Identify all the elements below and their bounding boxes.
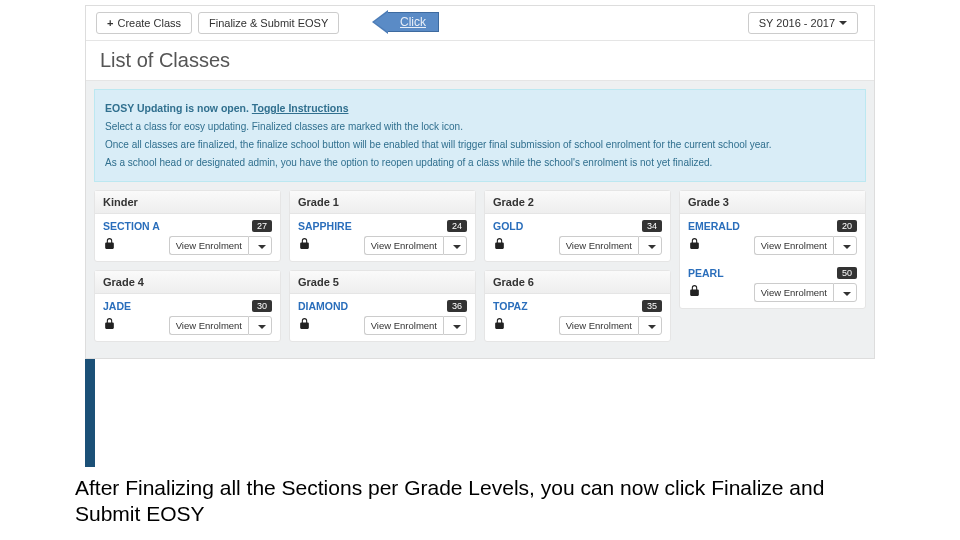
grade-panel: KinderSECTION A27View Enrolment [94,190,281,262]
lock-icon [493,317,506,330]
grade-panel: Grade 2GOLD34View Enrolment [484,190,671,262]
callout-box: Click [388,12,439,32]
section-block: PEARL50View Enrolment [680,261,865,308]
lock-indicator [103,236,116,254]
toggle-instructions-link[interactable]: Toggle Instructions [252,102,349,114]
notice-line-2: Once all classes are finalized, the fina… [105,137,855,153]
chevron-down-icon [258,245,266,249]
toolbar: + Create Class Finalize & Submit EOSY SY… [86,6,874,41]
grade-column: Grade 1SAPPHIRE24View EnrolmentGrade 5DI… [289,190,476,350]
grade-header: Grade 6 [485,271,670,294]
enrolment-count-badge: 30 [252,300,272,312]
grade-header: Grade 2 [485,191,670,214]
section-link[interactable]: PEARL [688,267,724,279]
enrolment-count-badge: 27 [252,220,272,232]
app-window: + Create Class Finalize & Submit EOSY SY… [85,5,875,359]
grade-panel: Grade 4JADE30View Enrolment [94,270,281,342]
enrolment-count-badge: 20 [837,220,857,232]
lock-icon [103,317,116,330]
notice-head: EOSY Updating is now open. [105,102,249,114]
section-block: JADE30View Enrolment [95,294,280,341]
click-callout: Click [372,10,439,34]
lock-indicator [298,236,311,254]
grade-header: Grade 5 [290,271,475,294]
section-link[interactable]: TOPAZ [493,300,528,312]
view-enrolment-dropdown[interactable] [833,236,857,255]
info-notice: EOSY Updating is now open. Toggle Instru… [94,89,866,182]
create-class-button[interactable]: + Create Class [96,12,192,34]
view-enrolment-dropdown[interactable] [638,316,662,335]
view-enrolment-dropdown[interactable] [248,236,272,255]
section-block: TOPAZ35View Enrolment [485,294,670,341]
view-enrolment-dropdown[interactable] [443,316,467,335]
grade-header: Grade 1 [290,191,475,214]
view-enrolment-dropdown[interactable] [443,236,467,255]
section-link[interactable]: EMERALD [688,220,740,232]
grade-panel: Grade 1SAPPHIRE24View Enrolment [289,190,476,262]
view-enrolment-dropdown[interactable] [638,236,662,255]
lock-indicator [493,316,506,334]
notice-line-3: As a school head or designated admin, yo… [105,155,855,171]
section-block: EMERALD20View Enrolment [680,214,865,261]
grade-column: Grade 2GOLD34View EnrolmentGrade 6TOPAZ3… [484,190,671,350]
lock-icon [103,237,116,250]
create-class-label: Create Class [117,17,181,29]
grade-column: KinderSECTION A27View EnrolmentGrade 4JA… [94,190,281,350]
chevron-down-icon [453,245,461,249]
view-enrolment-button[interactable]: View Enrolment [364,236,443,255]
chevron-down-icon [648,245,656,249]
enrolment-count-badge: 34 [642,220,662,232]
enrolment-count-badge: 35 [642,300,662,312]
finalize-submit-label: Finalize & Submit EOSY [209,17,328,29]
lock-icon [688,284,701,297]
plus-icon: + [107,17,113,29]
section-link[interactable]: SAPPHIRE [298,220,352,232]
view-enrolment-button[interactable]: View Enrolment [169,316,248,335]
chevron-down-icon [839,21,847,25]
school-year-label: SY 2016 - 2017 [759,17,835,29]
grade-header: Grade 4 [95,271,280,294]
lock-icon [688,237,701,250]
lock-indicator [688,283,701,301]
grade-panel: Grade 6TOPAZ35View Enrolment [484,270,671,342]
lock-indicator [688,236,701,254]
section-block: SECTION A27View Enrolment [95,214,280,261]
chevron-down-icon [843,292,851,296]
lock-icon [298,237,311,250]
chevron-down-icon [453,325,461,329]
view-enrolment-button[interactable]: View Enrolment [364,316,443,335]
lock-indicator [298,316,311,334]
chevron-down-icon [648,325,656,329]
callout-label: Click [400,15,426,29]
grade-header: Kinder [95,191,280,214]
view-enrolment-button[interactable]: View Enrolment [169,236,248,255]
grade-panel: Grade 3EMERALD20View EnrolmentPEARL50Vie… [679,190,866,309]
arrow-left-icon [372,10,388,34]
section-link[interactable]: JADE [103,300,131,312]
enrolment-count-badge: 50 [837,267,857,279]
section-link[interactable]: DIAMOND [298,300,348,312]
notice-line-1: Select a class for eosy updating. Finali… [105,119,855,135]
grade-panel: Grade 5DIAMOND36View Enrolment [289,270,476,342]
view-enrolment-button[interactable]: View Enrolment [559,316,638,335]
section-link[interactable]: SECTION A [103,220,160,232]
view-enrolment-dropdown[interactable] [248,316,272,335]
instruction-caption: After Finalizing all the Sections per Gr… [75,475,895,528]
view-enrolment-button[interactable]: View Enrolment [754,236,833,255]
class-grid: KinderSECTION A27View EnrolmentGrade 4JA… [86,182,874,358]
chevron-down-icon [843,245,851,249]
lock-icon [493,237,506,250]
chevron-down-icon [258,325,266,329]
school-year-selector[interactable]: SY 2016 - 2017 [748,12,858,34]
page-title-row: List of Classes [86,41,874,81]
section-block: GOLD34View Enrolment [485,214,670,261]
view-enrolment-button[interactable]: View Enrolment [559,236,638,255]
section-link[interactable]: GOLD [493,220,523,232]
lock-icon [298,317,311,330]
lock-indicator [493,236,506,254]
view-enrolment-dropdown[interactable] [833,283,857,302]
grade-column: Grade 3EMERALD20View EnrolmentPEARL50Vie… [679,190,866,350]
finalize-submit-eosy-button[interactable]: Finalize & Submit EOSY [198,12,339,34]
view-enrolment-button[interactable]: View Enrolment [754,283,833,302]
lock-indicator [103,316,116,334]
